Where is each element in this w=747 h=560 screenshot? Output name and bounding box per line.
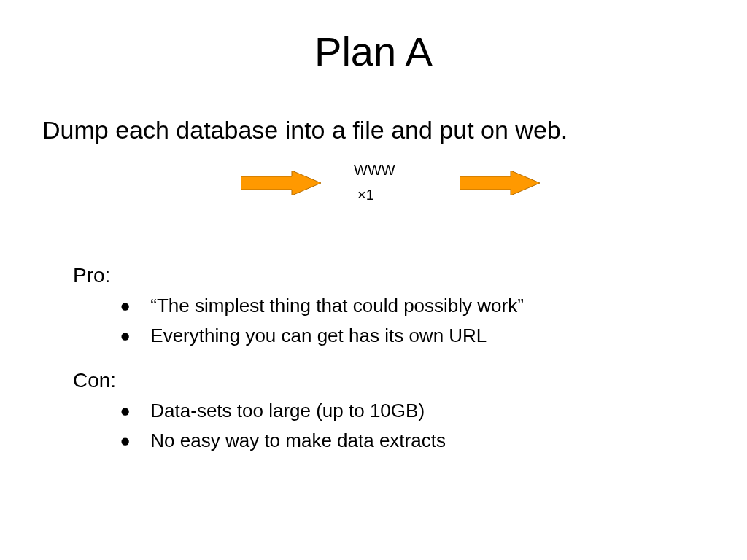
slide: Plan A Dump each database into a file an… xyxy=(0,28,747,560)
list-item: • Data-sets too large (up to 10GB) xyxy=(120,400,747,422)
bullet-icon: • xyxy=(120,435,130,449)
svg-marker-1 xyxy=(460,171,540,195)
arrow-right-icon xyxy=(460,171,540,198)
list-item-text: Data-sets too large (up to 10GB) xyxy=(150,400,425,422)
slide-title: Plan A xyxy=(0,28,747,75)
svg-marker-0 xyxy=(241,171,321,195)
list-item: • Everything you can get has its own URL xyxy=(120,324,747,347)
list-item: • No easy way to make data extracts xyxy=(120,429,747,452)
pro-list: • “The simplest thing that could possibl… xyxy=(120,295,747,347)
list-item: • “The simplest thing that could possibl… xyxy=(120,295,747,317)
www-label: WWW xyxy=(354,162,395,179)
arrow-right-icon xyxy=(241,171,321,198)
pro-label: Pro: xyxy=(73,264,747,287)
con-list: • Data-sets too large (up to 10GB) • No … xyxy=(120,400,747,452)
bullet-icon: • xyxy=(120,300,130,314)
slide-subtitle: Dump each database into a file and put o… xyxy=(42,116,747,144)
con-label: Con: xyxy=(73,369,747,392)
list-item-text: Everything you can get has its own URL xyxy=(150,324,487,347)
multiplier-label: ×1 xyxy=(357,187,374,203)
bullet-icon: • xyxy=(120,330,130,344)
list-item-text: No easy way to make data extracts xyxy=(150,429,446,452)
list-item-text: “The simplest thing that could possibly … xyxy=(150,295,524,317)
diagram: WWW ×1 xyxy=(0,162,747,242)
bullet-icon: • xyxy=(120,405,130,419)
